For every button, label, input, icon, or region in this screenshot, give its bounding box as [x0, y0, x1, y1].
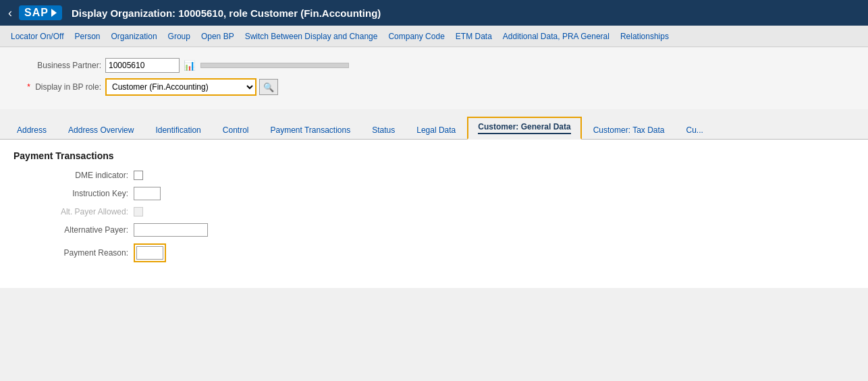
- payment-reason-input[interactable]: [136, 246, 163, 260]
- sap-logo-triangle: [51, 9, 57, 17]
- role-select[interactable]: Customer (Fin.Accounting) Vendor Employe…: [107, 80, 255, 94]
- role-label: * Display in BP role:: [13, 82, 101, 92]
- instruction-key-label: Instruction Key:: [13, 189, 128, 198]
- sap-logo-text: SAP: [24, 7, 49, 19]
- required-indicator: *: [27, 82, 30, 92]
- toolbar-organization[interactable]: Organization: [106, 32, 163, 41]
- search-icon: 🔍: [263, 82, 274, 92]
- content-area: Payment Transactions DME indicator: Inst…: [0, 140, 868, 288]
- toolbar-switch-display[interactable]: Switch Between Display and Change: [240, 32, 383, 41]
- back-button[interactable]: ‹: [8, 6, 12, 20]
- role-search-button[interactable]: 🔍: [259, 79, 278, 95]
- toolbar-etm-data[interactable]: ETM Data: [450, 32, 497, 41]
- bp-row: Business Partner: 📊: [13, 58, 855, 73]
- tab-legal-data[interactable]: Legal Data: [406, 121, 466, 140]
- toolbar-company-code[interactable]: Company Code: [383, 32, 450, 41]
- page-title: Display Organization: 10005610, role Cus…: [72, 7, 381, 19]
- alt-payer-allowed-label: Alt. Payer Allowed:: [13, 207, 128, 216]
- dme-row: DME indicator:: [13, 171, 855, 180]
- toolbar-relationships[interactable]: Relationships: [615, 32, 674, 41]
- dme-checkbox[interactable]: [134, 171, 143, 180]
- alternative-payer-input[interactable]: [134, 223, 208, 237]
- dme-label: DME indicator:: [13, 171, 128, 180]
- payment-reason-label: Payment Reason:: [13, 248, 128, 258]
- toolbar-locator[interactable]: Locator On/Off: [5, 32, 70, 41]
- instruction-key-input[interactable]: [134, 187, 161, 200]
- tab-cu-more[interactable]: Cu...: [676, 121, 713, 140]
- bp-label: Business Partner:: [13, 61, 101, 70]
- role-select-wrapper: Customer (Fin.Accounting) Vendor Employe…: [105, 78, 256, 96]
- tab-customer-tax-data[interactable]: Customer: Tax Data: [583, 121, 675, 140]
- sap-logo: SAP: [19, 5, 62, 20]
- alt-payer-allowed-checkbox: [134, 207, 143, 216]
- tab-address-overview[interactable]: Address Overview: [58, 121, 144, 140]
- bp-input[interactable]: [105, 58, 180, 73]
- toolbar-person[interactable]: Person: [70, 32, 106, 41]
- alternative-payer-label: Alternative Payer:: [13, 225, 128, 235]
- payment-reason-wrapper: [134, 243, 166, 262]
- alt-payer-allowed-row: Alt. Payer Allowed:: [13, 207, 855, 216]
- tab-customer-general-data[interactable]: Customer: General Data: [467, 117, 581, 140]
- role-row: * Display in BP role: Customer (Fin.Acco…: [13, 78, 855, 96]
- alternative-payer-row: Alternative Payer:: [13, 223, 855, 237]
- tab-control[interactable]: Control: [213, 121, 259, 140]
- tab-status[interactable]: Status: [362, 121, 405, 140]
- toolbar-additional-data[interactable]: Additional Data, PRA General: [497, 32, 615, 41]
- form-area: Business Partner: 📊 * Display in BP role…: [0, 47, 868, 109]
- payment-reason-row: Payment Reason:: [13, 243, 855, 262]
- tab-identification[interactable]: Identification: [145, 121, 211, 140]
- header: ‹ SAP Display Organization: 10005610, ro…: [0, 0, 868, 26]
- section-title: Payment Transactions: [13, 150, 855, 161]
- toolbar-group[interactable]: Group: [163, 32, 196, 41]
- instruction-key-row: Instruction Key:: [13, 187, 855, 200]
- tab-payment-transactions[interactable]: Payment Transactions: [260, 121, 360, 140]
- bp-icon[interactable]: 📊: [184, 60, 195, 71]
- tab-address[interactable]: Address: [7, 121, 57, 140]
- toolbar: Locator On/Off Person Organization Group…: [0, 26, 868, 47]
- tabs-bar: Address Address Overview Identification …: [0, 116, 868, 140]
- toolbar-open-bp[interactable]: Open BP: [196, 32, 240, 41]
